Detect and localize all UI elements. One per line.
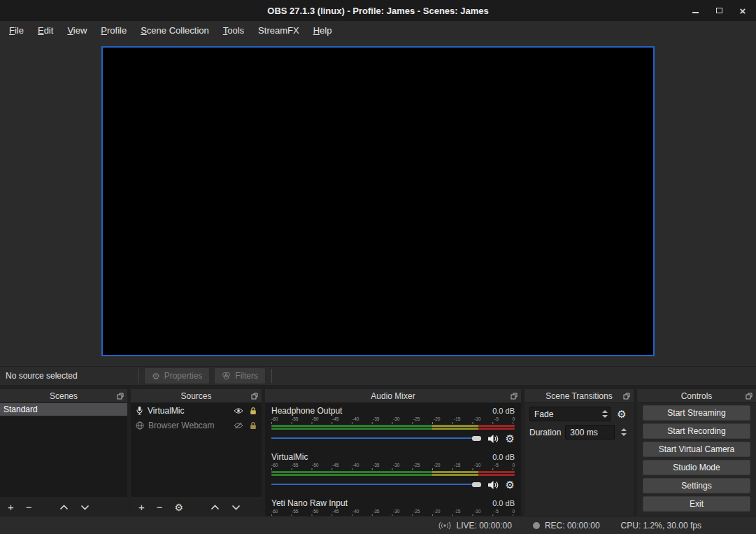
menu-file[interactable]: File xyxy=(2,22,31,38)
popout-icon[interactable] xyxy=(510,392,518,400)
filters-button[interactable]: Filters xyxy=(214,367,266,384)
minimize-button[interactable] xyxy=(689,4,701,17)
scene-transitions-body: Fade ⚙ Duration 300 ms xyxy=(525,403,634,516)
popout-icon[interactable] xyxy=(250,392,259,400)
chevron-up-icon xyxy=(602,410,608,413)
scenes-toolbar: + − xyxy=(0,498,127,516)
slider-handle[interactable] xyxy=(472,482,481,487)
close-button[interactable]: × xyxy=(736,4,749,17)
sources-panel-title: Sources xyxy=(180,391,211,401)
channel-settings-gear[interactable]: ⚙ xyxy=(506,479,515,490)
eye-slash-icon[interactable] xyxy=(234,422,243,429)
preview-canvas[interactable] xyxy=(101,46,655,356)
chevron-down-icon xyxy=(602,415,608,418)
live-status: LIVE: 00:00:00 xyxy=(438,521,511,531)
meter-tickmarks xyxy=(271,514,515,516)
meter-scale: -60-55-50-45-40-35-30-25-20-15-10-50 xyxy=(271,463,515,468)
cpu-fps-stats: CPU: 1.2%, 30.00 fps xyxy=(621,521,701,531)
channel-name: Yeti Nano Raw Input xyxy=(271,498,348,508)
maximize-icon xyxy=(716,8,722,13)
menu-bar: File Edit View Profile Scene Collection … xyxy=(0,21,756,40)
meter-scale: -60-55-50-45-40-35-30-25-20-15-10-50 xyxy=(271,416,515,422)
menu-help[interactable]: Help xyxy=(306,22,339,38)
duration-spinbox[interactable]: 300 ms xyxy=(565,425,615,440)
popout-icon[interactable] xyxy=(622,392,631,400)
spin-down-icon xyxy=(621,433,627,436)
speaker-icon[interactable] xyxy=(487,480,499,490)
preview-area xyxy=(0,40,756,366)
controls-panel: Controls Start Streaming Start Recording… xyxy=(637,389,756,516)
exit-button[interactable]: Exit xyxy=(643,496,750,512)
menu-streamfx[interactable]: StreamFX xyxy=(251,22,306,38)
minimize-icon xyxy=(692,12,699,13)
toolbar-separator xyxy=(271,369,272,383)
lock-icon[interactable] xyxy=(250,407,257,415)
scene-transitions-panel: Scene Transitions Fade ⚙ Duration 3 xyxy=(525,389,634,516)
volume-meter xyxy=(271,425,515,430)
add-source-button[interactable]: + xyxy=(138,502,145,512)
move-source-down-button[interactable] xyxy=(231,505,241,510)
source-item-browser-webcam[interactable]: Browser Webcam xyxy=(131,418,262,433)
microphone-icon xyxy=(136,406,143,415)
menu-scene-collection[interactable]: Scene Collection xyxy=(134,22,216,38)
move-scene-up-button[interactable] xyxy=(59,505,69,510)
studio-mode-button[interactable]: Studio Mode xyxy=(643,460,750,475)
volume-slider[interactable] xyxy=(271,479,481,490)
add-scene-button[interactable]: + xyxy=(8,502,14,512)
mixer-channel-yeti-nano: Yeti Nano Raw Input 0.0 dB -60-55-50-45-… xyxy=(271,498,515,516)
settings-button[interactable]: Settings xyxy=(643,478,750,493)
controls-panel-header[interactable]: Controls xyxy=(637,389,756,403)
sources-toolbar: + − ⚙ xyxy=(131,498,262,516)
source-properties-gear-button[interactable]: ⚙ xyxy=(175,503,184,512)
remove-scene-button[interactable]: − xyxy=(26,502,32,512)
combo-arrows[interactable] xyxy=(600,410,610,418)
scene-item-standard[interactable]: Standard xyxy=(0,403,127,416)
source-item-virtualmic[interactable]: VirtualMic xyxy=(131,403,262,418)
duration-value: 300 ms xyxy=(566,428,614,437)
move-source-up-button[interactable] xyxy=(211,505,220,510)
volume-slider[interactable] xyxy=(271,433,481,444)
scenes-panel-header[interactable]: Scenes xyxy=(0,389,127,403)
move-scene-down-button[interactable] xyxy=(80,505,90,510)
start-recording-button[interactable]: Start Recording xyxy=(643,423,750,439)
maximize-button[interactable] xyxy=(713,4,725,17)
properties-button[interactable]: ⚙ Properties xyxy=(144,367,210,384)
audio-mixer-panel: Audio Mixer Headphone Output 0.0 dB -60-… xyxy=(265,389,521,516)
popout-icon[interactable] xyxy=(116,392,124,400)
start-virtual-camera-button[interactable]: Start Virtual Camera xyxy=(643,442,750,457)
sources-panel: Sources VirtualMic xyxy=(131,389,262,516)
source-item-label: Browser Webcam xyxy=(148,421,214,430)
sources-panel-header[interactable]: Sources xyxy=(131,389,262,403)
audio-mixer-header[interactable]: Audio Mixer xyxy=(265,389,521,403)
spin-up-icon xyxy=(621,428,627,431)
remove-source-button[interactable]: − xyxy=(157,502,163,512)
duration-spin-arrows[interactable] xyxy=(619,428,629,436)
properties-button-label: Properties xyxy=(164,371,203,381)
controls-panel-title: Controls xyxy=(681,391,713,401)
menu-view[interactable]: View xyxy=(60,22,94,38)
transition-select[interactable]: Fade xyxy=(529,407,611,421)
source-toolbar: No source selected ⚙ Properties Filters xyxy=(0,366,756,386)
close-icon: × xyxy=(740,6,746,16)
controls-body: Start Streaming Start Recording Start Vi… xyxy=(637,403,756,516)
channel-settings-gear[interactable]: ⚙ xyxy=(506,433,515,444)
menu-tools[interactable]: Tools xyxy=(216,22,251,38)
slider-handle[interactable] xyxy=(472,436,481,441)
lock-icon[interactable] xyxy=(250,421,257,430)
popout-icon[interactable] xyxy=(745,392,753,400)
channel-name: Headphone Output xyxy=(271,406,342,416)
transition-selected-value: Fade xyxy=(530,409,600,419)
scene-transitions-header[interactable]: Scene Transitions xyxy=(525,389,634,403)
menu-profile[interactable]: Profile xyxy=(94,22,134,38)
menu-edit[interactable]: Edit xyxy=(31,22,60,38)
eye-icon[interactable] xyxy=(234,407,243,414)
meter-tickmarks xyxy=(271,422,515,424)
transition-settings-gear[interactable]: ⚙ xyxy=(615,407,629,421)
live-time: LIVE: 00:00:00 xyxy=(456,521,511,531)
rec-time: REC: 00:00:00 xyxy=(545,521,600,531)
duration-label: Duration xyxy=(529,428,561,437)
scenes-panel-title: Scenes xyxy=(50,391,78,401)
speaker-icon[interactable] xyxy=(487,434,499,444)
start-streaming-button[interactable]: Start Streaming xyxy=(643,405,750,421)
toolbar-separator xyxy=(138,369,138,383)
